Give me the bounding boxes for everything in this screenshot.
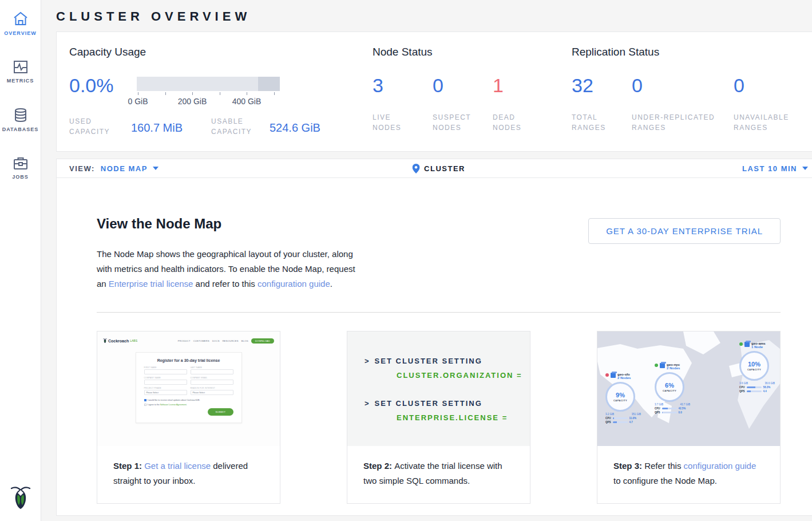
sidebar-item-overview[interactable]: OVERVIEW (0, 8, 41, 40)
gauge-tick-label: 200 GiB (178, 97, 207, 106)
mini-submit-button: SUBMIT (208, 408, 233, 416)
sidebar-item-label: METRICS (7, 78, 34, 84)
sidebar-item-databases[interactable]: DATABASES (0, 104, 41, 136)
under-replicated-ranges-value: 0 (632, 76, 734, 95)
cluster-summary-panel: Capacity Usage 0.0% 0 GiB 200 GiB 400 Gi… (56, 31, 812, 152)
node-cube-icon (744, 342, 750, 347)
capacity-usage-title: Capacity Usage (69, 46, 373, 58)
map-node-geo-nyc: geo-nyc 2 Nodes 6% CAPACITY 3.7 GiB43.7 … (655, 363, 690, 414)
map-node-geo-sfo: geo-sfo 2 Nodes 9% CAPACITY 3.2 GiB351 G… (605, 373, 641, 424)
enterprise-trial-button[interactable]: GET A 30-DAY ENTERPRISE TRIAL (588, 218, 781, 244)
usable-capacity-value: 524.6 GiB (270, 121, 320, 135)
step1-caption: Step 1: Get a trial license delivered st… (97, 446, 280, 503)
get-trial-license-link[interactable]: Get a trial license (144, 461, 211, 471)
under-replicated-ranges-label: UNDER-REPLICATED RANGES (632, 112, 723, 133)
mini-nav: PRODUCT CUSTOMERS DOCS RESOURCES BLOG DO… (178, 338, 274, 344)
node-map-heading: View the Node Map (97, 216, 366, 232)
step3-card: geo-sfo 2 Nodes 9% CAPACITY 3.2 GiB351 G… (597, 331, 781, 504)
node-map-thumbnail: geo-sfo 2 Nodes 9% CAPACITY 3.2 GiB351 G… (597, 331, 780, 446)
sidebar-item-label: JOBS (12, 174, 29, 180)
capacity-gauge: 0 GiB 200 GiB 400 GiB (137, 76, 280, 107)
capacity-gauge-bar (137, 77, 280, 91)
usable-capacity-label: USABLE CAPACITY (211, 116, 270, 137)
unavailable-ranges-label: UNAVAILABLE RANGES (734, 112, 797, 133)
node-cube-icon (660, 363, 665, 368)
used-capacity-label: USED CAPACITY (69, 116, 131, 137)
step3-caption: Step 3: Refer this configuration guide t… (597, 446, 780, 503)
database-icon (14, 108, 27, 123)
sidebar-item-jobs[interactable]: JOBS (0, 153, 41, 183)
node-map-help-panel: View the Node Map The Node Map shows the… (56, 178, 812, 516)
live-nodes-label: LIVE NODES (373, 112, 413, 133)
total-ranges-value: 32 (572, 76, 632, 95)
app: OVERVIEW METRICS DATABASES (0, 0, 812, 521)
step2-caption: Step 2: Activate the trial license with … (347, 446, 530, 503)
breadcrumb: CLUSTER (412, 164, 465, 173)
home-icon (13, 11, 29, 26)
location-pin-icon (412, 164, 419, 173)
sql-commands-thumbnail: >SET CLUSTER SETTING CLUSTER.ORGANIZATIO… (347, 331, 530, 446)
chevron-down-icon (153, 167, 159, 170)
node-status-section: Node Status 3 LIVE NODES 0 SUSPECT NODES… (373, 46, 572, 134)
capacity-gauge-ticks (137, 91, 280, 96)
node-cube-icon (611, 373, 616, 378)
cockroach-labs-logo: CockroachLABS (103, 338, 137, 344)
step1-card: CockroachLABS PRODUCT CUSTOMERS DOCS RES… (97, 331, 280, 504)
time-range-dropdown[interactable]: LAST 10 MIN (742, 164, 808, 173)
mini-registration-form: Register for a 30-day trial license FIRS… (136, 352, 242, 423)
capacity-usage-section: Capacity Usage 0.0% 0 GiB 200 GiB 400 Gi… (69, 46, 373, 134)
enterprise-trial-license-link[interactable]: Enterprise trial license (109, 279, 193, 289)
mini-download-button: DOWNLOAD (251, 338, 274, 344)
replication-status-title: Replication Status (572, 46, 808, 58)
capacity-percent: 0.0% (69, 76, 114, 95)
gauge-tick-label: 400 GiB (232, 97, 262, 106)
main-content: CLUSTER OVERVIEW Capacity Usage 0.0% 0 G… (41, 0, 812, 521)
step2-card: >SET CLUSTER SETTING CLUSTER.ORGANIZATIO… (347, 331, 530, 504)
node-status-dot (655, 364, 658, 367)
dead-nodes-value: 1 (493, 76, 553, 95)
page-title: CLUSTER OVERVIEW (56, 0, 812, 31)
cockroachdb-logo (10, 484, 31, 512)
node-status-dot (605, 373, 609, 377)
gauge-tick-label: 0 GiB (128, 97, 148, 106)
view-label: VIEW: (69, 164, 95, 173)
configuration-guide-link[interactable]: configuration guide (258, 279, 330, 289)
breadcrumb-cluster: CLUSTER (424, 164, 465, 173)
node-status-dot (739, 342, 743, 346)
view-bar: VIEW: NODE MAP CLUSTER LAST 10 MIN (56, 159, 812, 178)
section-divider (97, 312, 781, 313)
chevron-down-icon (802, 167, 808, 170)
sidebar: OVERVIEW METRICS DATABASES (0, 0, 41, 521)
used-capacity-value: 160.7 MiB (131, 121, 211, 135)
node-map-description: The Node Map shows the geographical layo… (97, 247, 366, 291)
sidebar-item-label: DATABASES (2, 127, 39, 132)
view-selector-dropdown[interactable]: NODE MAP (101, 164, 159, 173)
suspect-nodes-value: 0 (433, 76, 493, 95)
unavailable-ranges-value: 0 (734, 76, 808, 95)
configuration-guide-link-step3[interactable]: configuration guide (684, 461, 756, 471)
metrics-icon (13, 60, 28, 74)
registration-page-thumbnail: CockroachLABS PRODUCT CUSTOMERS DOCS RES… (97, 331, 280, 446)
map-node-geo-ams: geo-ams 1 Node 10% CAPACITY 3.6 GiB36.6 … (739, 342, 775, 393)
node-status-title: Node Status (373, 46, 572, 58)
steps-row: CockroachLABS PRODUCT CUSTOMERS DOCS RES… (97, 331, 781, 504)
total-ranges-label: TOTAL RANGES (572, 112, 612, 133)
sidebar-item-label: OVERVIEW (4, 30, 36, 36)
suspect-nodes-label: SUSPECT NODES (433, 112, 473, 133)
live-nodes-value: 3 (373, 76, 433, 95)
briefcase-icon (13, 156, 28, 170)
replication-status-section: Replication Status 32 TOTAL RANGES 0 UND… (572, 46, 808, 134)
sidebar-item-metrics[interactable]: METRICS (0, 57, 41, 87)
dead-nodes-label: DEAD NODES (493, 112, 533, 133)
